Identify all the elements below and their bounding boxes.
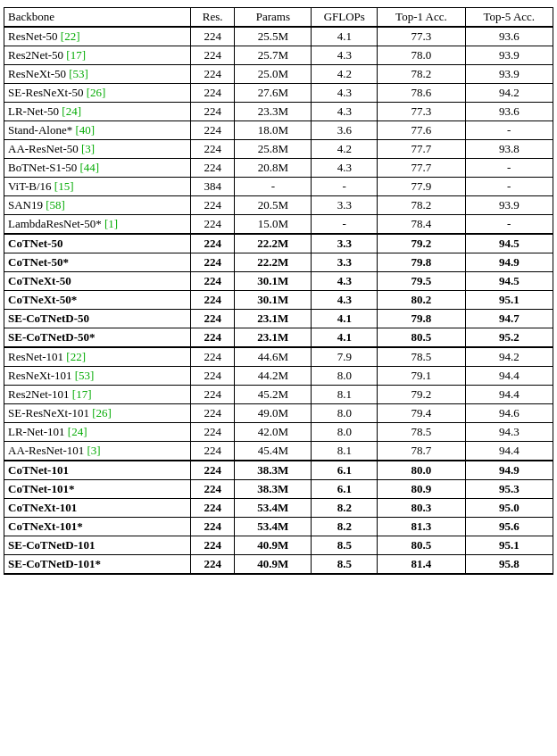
cell-gflops: 8.5 bbox=[312, 536, 378, 555]
cell-params: 23.1M bbox=[235, 328, 312, 348]
table-row: ResNeXt-101 [53]22444.2M8.079.194.4 bbox=[4, 367, 553, 386]
table-row: SE-CoTNetD-101*22440.9M8.581.495.8 bbox=[4, 555, 553, 575]
cell-top1: 77.6 bbox=[378, 121, 465, 140]
table-row: ResNet-101 [22]22444.6M7.978.594.2 bbox=[4, 347, 553, 367]
cell-top1: 80.9 bbox=[378, 480, 465, 499]
cell-params: 30.1M bbox=[235, 291, 312, 310]
cell-backbone: LR-Net-50 [24] bbox=[4, 103, 191, 121]
cell-gflops: 8.1 bbox=[312, 442, 378, 461]
cell-gflops: 4.3 bbox=[312, 84, 378, 103]
cell-res: 224 bbox=[191, 518, 235, 536]
cell-gflops: 4.3 bbox=[312, 272, 378, 291]
table-row: ViT-B/16 [15]384--77.9- bbox=[4, 178, 553, 196]
table-row: LR-Net-50 [24]22423.3M4.377.393.6 bbox=[4, 103, 553, 121]
cell-gflops: 4.3 bbox=[312, 159, 378, 178]
cell-params: 25.8M bbox=[235, 140, 312, 159]
cell-top1: 78.5 bbox=[378, 423, 465, 442]
cell-params: 44.6M bbox=[235, 347, 312, 367]
cell-backbone: ResNet-101 [22] bbox=[4, 347, 191, 367]
cell-top1: 77.3 bbox=[378, 27, 465, 46]
cell-top1: 77.7 bbox=[378, 159, 465, 178]
results-table: Backbone Res. Params GFLOPs Top-1 Acc. T… bbox=[4, 7, 553, 575]
cell-gflops: 7.9 bbox=[312, 347, 378, 367]
cell-top5: 94.9 bbox=[465, 253, 553, 272]
cell-gflops: 8.0 bbox=[312, 367, 378, 386]
col-res: Res. bbox=[191, 8, 235, 28]
cell-top5: - bbox=[465, 159, 553, 178]
cell-top5: 95.3 bbox=[465, 480, 553, 499]
cell-backbone: Res2Net-50 [17] bbox=[4, 46, 191, 65]
table-row: CoTNet-10122438.3M6.180.094.9 bbox=[4, 461, 553, 480]
cell-top5: 94.9 bbox=[465, 461, 553, 480]
cell-top1: 79.8 bbox=[378, 253, 465, 272]
cell-backbone: ResNeXt-101 [53] bbox=[4, 367, 191, 386]
cell-gflops: 8.1 bbox=[312, 386, 378, 404]
cell-params: 49.0M bbox=[235, 404, 312, 423]
cell-backbone: SE-CoTNetD-101 bbox=[4, 536, 191, 555]
cell-top1: 78.2 bbox=[378, 65, 465, 84]
cell-top1: 79.8 bbox=[378, 310, 465, 328]
cell-backbone: AA-ResNet-50 [3] bbox=[4, 140, 191, 159]
cell-top5: 93.9 bbox=[465, 46, 553, 65]
cell-res: 224 bbox=[191, 272, 235, 291]
cell-params: 23.3M bbox=[235, 103, 312, 121]
cell-top1: 80.3 bbox=[378, 499, 465, 518]
cell-res: 224 bbox=[191, 253, 235, 272]
cell-backbone: Res2Net-101 [17] bbox=[4, 386, 191, 404]
cell-top1: 80.5 bbox=[378, 536, 465, 555]
cell-params: 25.5M bbox=[235, 27, 312, 46]
cell-gflops: 8.0 bbox=[312, 404, 378, 423]
cell-backbone: BoTNet-S1-50 [44] bbox=[4, 159, 191, 178]
cell-backbone: CoTNet-50 bbox=[4, 234, 191, 253]
cell-res: 224 bbox=[191, 291, 235, 310]
col-gflops: GFLOPs bbox=[312, 8, 378, 28]
table-row: Stand-Alone* [40]22418.0M3.677.6- bbox=[4, 121, 553, 140]
cell-res: 224 bbox=[191, 442, 235, 461]
col-backbone: Backbone bbox=[4, 8, 191, 28]
cell-top1: 79.4 bbox=[378, 404, 465, 423]
cell-params: 44.2M bbox=[235, 367, 312, 386]
cell-gflops: 4.1 bbox=[312, 328, 378, 348]
cell-backbone: ViT-B/16 [15] bbox=[4, 178, 191, 196]
cell-top5: 94.4 bbox=[465, 386, 553, 404]
cell-gflops: 3.3 bbox=[312, 196, 378, 215]
cell-backbone: CoTNet-50* bbox=[4, 253, 191, 272]
table-row: SE-ResNeXt-101 [26]22449.0M8.079.494.6 bbox=[4, 404, 553, 423]
cell-top5: 93.6 bbox=[465, 27, 553, 46]
cell-res: 224 bbox=[191, 480, 235, 499]
cell-res: 224 bbox=[191, 347, 235, 367]
cell-top5: 95.1 bbox=[465, 291, 553, 310]
cell-res: 224 bbox=[191, 404, 235, 423]
cell-res: 224 bbox=[191, 310, 235, 328]
cell-top1: 81.4 bbox=[378, 555, 465, 575]
cell-gflops: 4.1 bbox=[312, 310, 378, 328]
cell-res: 224 bbox=[191, 461, 235, 480]
cell-res: 224 bbox=[191, 121, 235, 140]
cell-gflops: 8.2 bbox=[312, 518, 378, 536]
cell-top1: 79.5 bbox=[378, 272, 465, 291]
cell-top1: 79.2 bbox=[378, 234, 465, 253]
cell-top5: 94.6 bbox=[465, 404, 553, 423]
cell-backbone: SE-CoTNetD-101* bbox=[4, 555, 191, 575]
cell-params: 20.8M bbox=[235, 159, 312, 178]
cell-top1: 79.1 bbox=[378, 367, 465, 386]
table-row: CoTNeXt-101*22453.4M8.281.395.6 bbox=[4, 518, 553, 536]
cell-backbone: SE-CoTNetD-50* bbox=[4, 328, 191, 348]
cell-res: 224 bbox=[191, 159, 235, 178]
cell-backbone: CoTNeXt-50 bbox=[4, 272, 191, 291]
cell-gflops: 4.1 bbox=[312, 27, 378, 46]
table-row: CoTNeXt-50*22430.1M4.380.295.1 bbox=[4, 291, 553, 310]
cell-top5: - bbox=[465, 178, 553, 196]
col-top5: Top-5 Acc. bbox=[465, 8, 553, 28]
cell-params: 25.0M bbox=[235, 65, 312, 84]
cell-params: - bbox=[235, 178, 312, 196]
table-row: CoTNet-5022422.2M3.379.294.5 bbox=[4, 234, 553, 253]
cell-res: 384 bbox=[191, 178, 235, 196]
cell-gflops: 4.3 bbox=[312, 291, 378, 310]
table-container: Backbone Res. Params GFLOPs Top-1 Acc. T… bbox=[0, 0, 557, 582]
cell-params: 20.5M bbox=[235, 196, 312, 215]
cell-res: 224 bbox=[191, 423, 235, 442]
cell-res: 224 bbox=[191, 196, 235, 215]
cell-params: 30.1M bbox=[235, 272, 312, 291]
cell-params: 18.0M bbox=[235, 121, 312, 140]
